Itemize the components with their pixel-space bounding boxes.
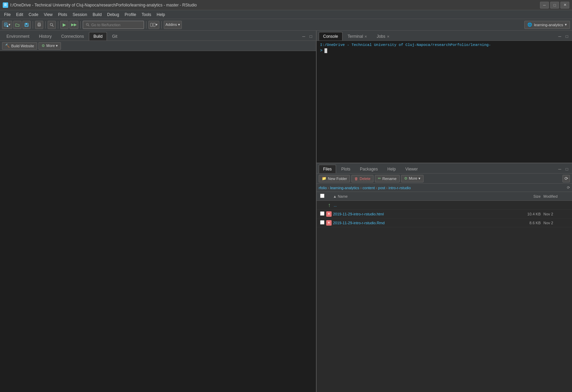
console-content[interactable]: I:/OneDrive - Technical University of Cl… <box>317 41 572 163</box>
left-panel-minimize-button[interactable]: ─ <box>301 33 307 39</box>
files-maximize-button[interactable]: □ <box>564 166 570 172</box>
menu-code[interactable]: Code <box>26 11 41 18</box>
svg-point-15 <box>86 23 89 26</box>
breadcrumb-item-rfolio[interactable]: rfolio <box>319 186 327 190</box>
title-bar-controls: ─ □ ✕ <box>540 2 569 9</box>
html-file-link[interactable]: 2019-11-29-intro-r-rstudio.html <box>333 212 509 216</box>
find-button[interactable] <box>48 21 56 29</box>
parent-dir-link[interactable]: ... <box>334 203 509 207</box>
new-file-button[interactable]: ▾ <box>2 21 12 29</box>
menu-build[interactable]: Build <box>90 11 105 18</box>
header-name[interactable]: ▲ Name <box>326 194 509 198</box>
menu-view[interactable]: View <box>41 11 55 18</box>
layout-button[interactable]: ▾ <box>148 21 159 29</box>
addins-button[interactable]: Addins ▾ <box>164 21 182 29</box>
rename-icon: ✏ <box>378 176 381 181</box>
files-toolbar: 📁 New Folder 🗑 Delete ✏ Rename ⚙ More ▾ … <box>317 174 572 184</box>
main-toolbar: ▾ ▶ ▶▶ Go to file/funct <box>0 19 572 31</box>
close-button[interactable]: ✕ <box>560 2 569 9</box>
tab-build[interactable]: Build <box>89 32 107 40</box>
more-button[interactable]: ⚙ More ▾ <box>38 42 61 50</box>
svg-rect-8 <box>26 23 27 24</box>
breadcrumb-item-intro-r-rstudio[interactable]: intro-r-rstudio <box>388 186 411 190</box>
tab-console[interactable]: Console <box>319 32 343 40</box>
delete-button[interactable]: 🗑 Delete <box>351 175 374 182</box>
file-row-rmd[interactable]: R 2019-11-29-intro-r-rstudio.Rmd 8.6 KB … <box>317 218 572 227</box>
refresh-button[interactable]: ⟳ <box>562 175 570 182</box>
header-modified: Modified <box>543 194 571 198</box>
file-row-parent[interactable]: ↑ ... <box>317 201 572 210</box>
gear-icon: ⚙ <box>42 44 45 48</box>
menu-debug[interactable]: Debug <box>105 11 122 18</box>
minimize-button[interactable]: ─ <box>540 2 549 9</box>
left-panel-maximize-button[interactable]: □ <box>308 33 314 39</box>
build-website-button[interactable]: 🔨 Build Website <box>2 42 37 50</box>
tab-git[interactable]: Git <box>108 32 122 40</box>
breadcrumb-item-content[interactable]: content <box>363 186 375 190</box>
menu-session[interactable]: Session <box>70 11 90 18</box>
project-button[interactable]: 🌐 learning-analytics ▾ <box>524 21 570 29</box>
rmd-file-checkbox[interactable] <box>320 220 324 225</box>
toolbar-sep-5 <box>146 21 146 29</box>
rename-button[interactable]: ✏ Rename <box>375 175 400 182</box>
rmd-file-link[interactable]: 2019-11-29-intro-r-rstudio.Rmd <box>333 221 509 225</box>
source-button[interactable]: ▶▶ <box>69 21 78 29</box>
select-all-checkbox[interactable] <box>320 194 324 198</box>
breadcrumb: rfolio › learning-analytics › content › … <box>317 184 572 192</box>
svg-rect-18 <box>153 23 155 27</box>
print-button[interactable] <box>35 21 43 29</box>
save-button[interactable] <box>22 21 31 29</box>
tab-packages[interactable]: Packages <box>355 165 382 173</box>
header-checkbox-col <box>318 194 326 199</box>
menu-tools[interactable]: Tools <box>139 11 154 18</box>
tab-viewer[interactable]: Viewer <box>401 165 422 173</box>
menu-profile[interactable]: Profile <box>122 11 139 18</box>
console-maximize-button[interactable]: □ <box>564 33 570 39</box>
goto-input[interactable]: Go to file/function <box>83 21 144 29</box>
new-folder-button[interactable]: 📁 New Folder <box>319 175 350 182</box>
open-file-button[interactable] <box>13 21 21 29</box>
rmd-file-modified: Nov 2 <box>543 221 571 225</box>
html-row-checkbox-col[interactable] <box>318 211 326 217</box>
files-panel: Files Plots Packages Help Viewer ─ □ 📁 N… <box>317 163 572 392</box>
jobs-close-icon[interactable]: ✕ <box>387 35 390 38</box>
prompt-symbol: > <box>320 48 322 53</box>
tab-plots[interactable]: Plots <box>337 165 355 173</box>
files-minimize-button[interactable]: ─ <box>557 166 563 172</box>
tab-environment[interactable]: Environment <box>2 32 34 40</box>
breadcrumb-item-post[interactable]: post <box>378 186 385 190</box>
terminal-close-icon[interactable]: ✕ <box>364 35 367 38</box>
tab-files[interactable]: Files <box>319 165 336 173</box>
tab-jobs[interactable]: Jobs ✕ <box>372 32 394 40</box>
tab-help[interactable]: Help <box>383 165 400 173</box>
main-layout: Environment History Connections Build Gi… <box>0 31 572 392</box>
menu-help[interactable]: Help <box>154 11 168 18</box>
left-panel-tab-actions: ─ □ <box>301 33 314 40</box>
right-panel: Console Terminal ✕ Jobs ✕ ─ □ I:/OneDriv… <box>317 31 572 392</box>
toolbar-sep-1 <box>33 21 33 29</box>
console-minimize-button[interactable]: ─ <box>557 33 563 39</box>
tab-terminal[interactable]: Terminal ✕ <box>343 32 371 40</box>
html-file-checkbox[interactable] <box>320 211 324 216</box>
rmd-row-checkbox-col[interactable] <box>318 220 326 226</box>
files-table-header: ▲ Name Size Modified <box>317 192 572 201</box>
svg-line-16 <box>88 25 89 26</box>
title-bar-text: I:/OneDrive - Technical University of Cl… <box>10 3 540 7</box>
maximize-button[interactable]: □ <box>550 2 559 9</box>
tab-history[interactable]: History <box>34 32 56 40</box>
header-size: Size <box>509 194 543 198</box>
menu-edit[interactable]: Edit <box>13 11 26 18</box>
build-toolbar: 🔨 Build Website ⚙ More ▾ <box>0 41 316 51</box>
svg-point-13 <box>50 23 53 26</box>
files-more-button[interactable]: ⚙ More ▾ <box>401 175 424 182</box>
tab-connections[interactable]: Connections <box>57 32 89 40</box>
console-tabs: Console Terminal ✕ Jobs ✕ ─ □ <box>317 31 572 41</box>
menu-file[interactable]: File <box>1 11 13 18</box>
files-tabs: Files Plots Packages Help Viewer ─ □ <box>317 163 572 174</box>
menu-plots[interactable]: Plots <box>55 11 70 18</box>
breadcrumb-item-learning-analytics[interactable]: learning-analytics <box>330 186 360 190</box>
file-row-html[interactable]: R 2019-11-29-intro-r-rstudio.html 10.4 K… <box>317 210 572 218</box>
files-table: ↑ ... R 2019-11-29-intro-r-rstudio.html … <box>317 201 572 392</box>
sync-icon[interactable]: ⟳ <box>567 185 570 190</box>
run-button[interactable]: ▶ <box>60 21 68 29</box>
